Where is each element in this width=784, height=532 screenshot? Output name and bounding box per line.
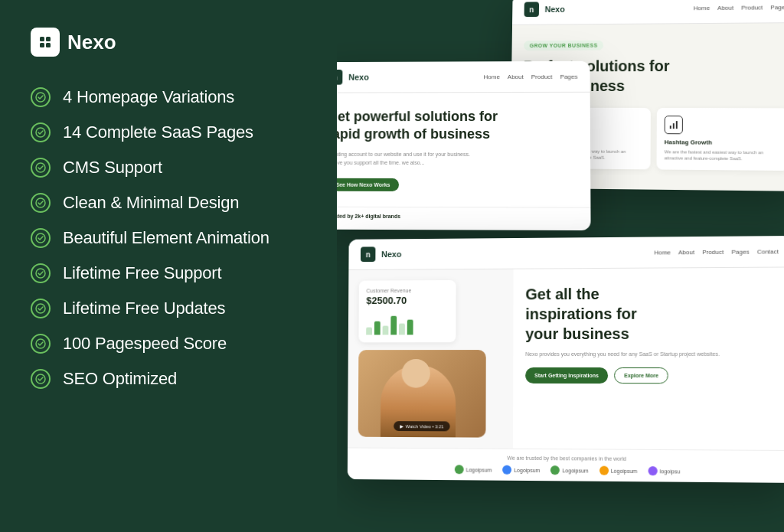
logo-text-4: Logoipsum	[611, 468, 638, 473]
check-icon	[31, 299, 51, 318]
logo-icon-2	[502, 465, 511, 475]
feature-animations: Beautiful Element Animation	[31, 228, 306, 248]
play-icon: ▶	[400, 423, 403, 429]
brand-name: Nexo	[67, 31, 116, 54]
check-icon	[31, 263, 51, 283]
feature-free-support: Lifetime Free Support	[31, 263, 306, 283]
check-icon	[31, 122, 51, 142]
sc3-navbar: n Nexo Home About Product Pages Contact	[348, 236, 784, 270]
sc2-navbar: n Nexo Home About Product Pages	[337, 61, 590, 93]
feature-text: 14 Complete SaaS Pages	[63, 122, 253, 142]
sc3-bar	[399, 324, 405, 335]
play-label: Watch Video • 3:21	[406, 424, 444, 429]
sc1-nav-pages: Pages	[770, 4, 784, 11]
sc3-logo: n	[361, 246, 375, 262]
feature-text: 4 Homepage Variations	[63, 87, 234, 107]
sc3-headline: Get all theinspirations foryour business	[525, 283, 779, 344]
sc2-brand: Nexo	[348, 73, 369, 82]
sc3-body: Customer Revenue $2500.70	[348, 267, 784, 450]
feature-free-updates: Lifetime Free Updates	[31, 299, 306, 318]
sc3-bar	[407, 320, 413, 335]
feature-text: 100 Pagespeed Score	[63, 334, 227, 354]
feature-text: Clean & Minimal Design	[63, 193, 239, 213]
sc3-trusted-section: We are trusted by the best companies in …	[348, 447, 784, 482]
left-panel: Nexo 4 Homepage Variations 14 Complete S…	[0, 0, 337, 532]
screenshot-get-powerful: n Nexo Home About Product Pages Get powe…	[337, 61, 591, 230]
sc3-nav-product: Product	[702, 248, 724, 255]
sc2-nav: Home About Product Pages	[483, 73, 577, 80]
svg-rect-2	[40, 43, 44, 47]
feature-text: Beautiful Element Animation	[63, 228, 270, 248]
feature-pagespeed: 100 Pagespeed Score	[31, 334, 306, 354]
features-list: 4 Homepage Variations 14 Complete SaaS P…	[31, 87, 306, 389]
sc3-photo: ▶ Watch Video • 3:21	[358, 350, 486, 438]
sc1-nav-product: Product	[741, 4, 763, 11]
sc3-trusted-text: We are trusted by the best companies in …	[360, 454, 780, 462]
logo-text-3: Logoipsum	[562, 468, 588, 473]
sc3-chart-label: Customer Revenue	[366, 288, 448, 293]
logo-icon-5	[648, 466, 658, 475]
sc3-secondary-btn[interactable]: Explore More	[614, 367, 668, 383]
logo-text-5: logoipsu	[660, 468, 680, 474]
sc3-bar	[374, 321, 381, 335]
sc2-nav-product: Product	[531, 73, 553, 80]
sc1-card-icon-2	[665, 116, 683, 134]
sc2-logo: n	[337, 70, 342, 85]
sc3-left: Customer Revenue $2500.70	[348, 269, 514, 449]
sc3-desc: Nexo provides you everything you need fo…	[525, 350, 779, 358]
check-icon	[31, 193, 51, 213]
check-icon	[31, 369, 51, 389]
sc3-logos: Logoipsum Logoipsum Logoipsum Logoipsum …	[359, 464, 779, 476]
logo-icon-1	[455, 465, 464, 474]
sc2-hero-headline: Get powerful solutions forrapid growth o…	[337, 108, 578, 144]
person-head	[402, 359, 430, 388]
sc3-bar	[390, 316, 397, 335]
logo-icon-4	[599, 466, 609, 475]
svg-rect-3	[46, 43, 51, 47]
feature-seo: SEO Optimized	[31, 369, 306, 389]
check-icon	[31, 87, 51, 107]
sc3-play-button[interactable]: ▶ Watch Video • 3:21	[394, 421, 449, 431]
feature-saas-pages: 14 Complete SaaS Pages	[31, 122, 306, 142]
sc2-nav-about: About	[508, 73, 524, 80]
logo-area: Nexo	[31, 28, 306, 57]
sc1-card-desc-2: We are the fastest and easiest way to la…	[665, 149, 782, 162]
svg-rect-13	[670, 126, 671, 129]
sc2-nav-home: Home	[483, 73, 499, 80]
feature-text: CMS Support	[63, 158, 162, 178]
logo-2: Logoipsum	[502, 465, 540, 475]
sc1-nav-about: About	[717, 4, 733, 11]
check-icon	[31, 228, 51, 248]
check-icon	[31, 158, 51, 178]
sc1-card-title-2: Hashtag Growth	[665, 139, 781, 146]
sc3-chart-value: $2500.70	[366, 295, 448, 306]
sc3-primary-btn[interactable]: Start Getting Inspirations	[525, 367, 608, 383]
sc2-nav-pages: Pages	[560, 73, 578, 80]
logo-text-1: Logoipsum	[466, 467, 492, 472]
svg-rect-1	[46, 37, 51, 41]
sc3-nav: Home About Product Pages Contact	[654, 248, 779, 256]
logo-icon	[31, 28, 60, 57]
feature-text: Lifetime Free Updates	[63, 299, 225, 318]
sc2-cta-button[interactable]: See How Nexo Works	[337, 178, 400, 191]
sc3-brand: Nexo	[381, 250, 401, 259]
sc3-right: Get all theinspirations foryour business…	[513, 267, 784, 450]
sc3-nav-home: Home	[654, 249, 671, 256]
sc3-nav-about: About	[678, 249, 694, 256]
logo-5: logoipsu	[648, 466, 681, 475]
sc1-nav-home: Home	[694, 5, 710, 11]
logo-icon-3	[550, 465, 560, 475]
logo-4: Logoipsum	[599, 466, 638, 475]
sc1-nav: Home About Product Pages	[694, 4, 784, 11]
check-icon	[31, 334, 51, 354]
sc3-chart-widget: Customer Revenue $2500.70	[358, 280, 456, 342]
sc3-cta-area: Start Getting Inspirations Explore More	[525, 367, 779, 384]
logo-text-2: Logoipsum	[514, 467, 540, 472]
sc1-logo: n	[524, 2, 540, 17]
sc3-bar	[383, 326, 389, 335]
sc2-trusted-text: Trusted by 2k+ digital brands	[337, 214, 578, 220]
svg-rect-14	[673, 123, 675, 129]
logo-1: Logoipsum	[455, 465, 492, 474]
sc2-hero: Get powerful solutions forrapid growth o…	[337, 93, 590, 207]
sc3-bar	[366, 328, 372, 335]
